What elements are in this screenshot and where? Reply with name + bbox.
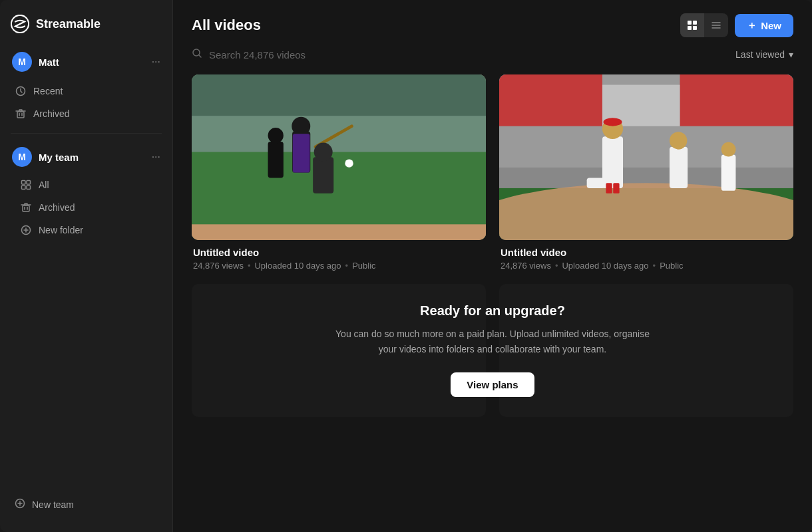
svg-rect-12 xyxy=(688,26,692,30)
svg-point-22 xyxy=(292,117,310,136)
plus-icon xyxy=(20,224,32,236)
user-nav: Recent Archived xyxy=(0,80,172,125)
svg-rect-28 xyxy=(293,134,310,172)
recent-label: Recent xyxy=(33,86,63,96)
team-section: M My team ··· All xyxy=(0,142,172,482)
plus-circle-icon xyxy=(15,498,25,511)
svg-rect-2 xyxy=(17,112,24,118)
svg-rect-6 xyxy=(27,186,31,190)
main-header: All videos ＋ xyxy=(173,0,812,48)
svg-rect-37 xyxy=(602,136,623,188)
sidebar-item-recent[interactable]: Recent xyxy=(5,80,167,102)
video-meta-1: 24,876 views • Uploaded 10 days ago • Pu… xyxy=(193,261,485,271)
sort-label: Last viewed xyxy=(735,49,785,60)
sidebar-divider xyxy=(11,133,162,134)
user-avatar: M xyxy=(12,52,32,72)
svg-rect-10 xyxy=(688,21,692,25)
svg-rect-43 xyxy=(721,154,736,190)
new-team-button[interactable]: New team xyxy=(5,493,167,516)
page-title: All videos xyxy=(192,17,261,34)
team-name: My team xyxy=(39,152,79,163)
sidebar-item-archived[interactable]: Archived xyxy=(5,102,167,125)
new-team-label: New team xyxy=(32,499,74,510)
video-title-1: Untitled video xyxy=(193,247,485,258)
chevron-down-icon: ▾ xyxy=(789,49,793,60)
video-thumbnail-2 xyxy=(499,74,793,240)
search-placeholder: Search 24,876 videos xyxy=(209,49,305,61)
svg-rect-26 xyxy=(268,142,284,178)
video-views-2: 24,876 views xyxy=(501,261,551,271)
sidebar-bottom: New team xyxy=(0,482,172,521)
new-button[interactable]: ＋ New xyxy=(735,14,793,37)
sidebar-item-new-folder[interactable]: New folder xyxy=(11,219,162,241)
user-section: M Matt ··· xyxy=(0,47,172,77)
logo-area: Streamable xyxy=(0,11,172,47)
upgrade-title: Ready for an upgrade? xyxy=(420,303,565,319)
svg-rect-11 xyxy=(693,21,697,25)
app-name: Streamable xyxy=(36,17,101,31)
video-visibility-1: Public xyxy=(352,261,375,271)
team-archived-label: Archived xyxy=(39,202,75,213)
new-button-label: New xyxy=(761,20,781,31)
view-toggle xyxy=(680,13,728,37)
main-content: All videos ＋ xyxy=(173,0,812,532)
upgrade-overlay: Ready for an upgrade? You can do so much… xyxy=(192,284,793,417)
svg-rect-46 xyxy=(613,183,619,194)
header-actions: ＋ New xyxy=(680,13,793,37)
sidebar: Streamable M Matt ··· Recent xyxy=(0,0,173,532)
baseball-thumbnail-2 xyxy=(499,74,793,240)
user-profile[interactable]: M Matt ··· xyxy=(5,47,167,77)
video-uploaded-1: Uploaded 10 days ago xyxy=(254,261,341,271)
video-card-1[interactable]: Untitled video 24,876 views • Uploaded 1… xyxy=(192,74,486,271)
upgrade-description: You can do so much more on a paid plan. … xyxy=(326,327,659,356)
sidebar-item-team-archived[interactable]: Archived xyxy=(11,196,162,219)
team-nav: All Archived xyxy=(5,174,167,241)
svg-point-42 xyxy=(670,132,687,149)
svg-rect-45 xyxy=(606,183,612,194)
upgrade-section: Ready for an upgrade? You can do so much… xyxy=(192,284,793,417)
video-uploaded-2: Uploaded 10 days ago xyxy=(562,261,648,271)
search-icon xyxy=(192,48,202,61)
svg-rect-5 xyxy=(22,186,26,190)
clock-icon xyxy=(15,85,27,97)
svg-point-25 xyxy=(314,143,333,162)
svg-rect-20 xyxy=(192,152,486,225)
svg-point-29 xyxy=(345,159,353,167)
svg-rect-40 xyxy=(587,178,605,188)
svg-point-36 xyxy=(499,183,793,239)
video-visibility-2: Public xyxy=(660,261,683,271)
archived-label: Archived xyxy=(33,108,69,119)
view-plans-button[interactable]: View plans xyxy=(451,372,534,397)
video-meta-2: 24,876 views • Uploaded 10 days ago • Pu… xyxy=(501,261,792,271)
grid-view-button[interactable] xyxy=(680,13,704,37)
svg-rect-3 xyxy=(22,181,26,185)
svg-rect-41 xyxy=(670,147,688,188)
svg-rect-7 xyxy=(23,205,29,211)
video-info-1: Untitled video 24,876 views • Uploaded 1… xyxy=(192,240,486,271)
streamable-logo-icon xyxy=(11,15,29,33)
list-view-icon xyxy=(711,20,721,31)
svg-rect-17 xyxy=(192,74,486,116)
baseball-thumbnail-1 xyxy=(192,74,486,240)
new-folder-label: New folder xyxy=(39,225,83,235)
all-label: All xyxy=(39,180,49,190)
svg-point-39 xyxy=(604,118,622,126)
svg-rect-33 xyxy=(680,74,793,126)
team-more-icon[interactable]: ··· xyxy=(152,151,160,163)
search-input-wrap[interactable]: Search 24,876 videos xyxy=(192,48,305,61)
list-view-button[interactable] xyxy=(704,13,728,37)
svg-rect-32 xyxy=(499,74,602,126)
user-more-icon[interactable]: ··· xyxy=(152,56,160,68)
sort-button[interactable]: Last viewed ▾ xyxy=(735,49,793,60)
svg-rect-24 xyxy=(313,157,333,193)
video-grid: Untitled video 24,876 views • Uploaded 1… xyxy=(173,74,812,417)
svg-point-44 xyxy=(721,142,736,157)
user-name: Matt xyxy=(39,57,59,68)
video-views-1: 24,876 views xyxy=(193,261,244,271)
video-card-2[interactable]: Untitled video 24,876 views • Uploaded 1… xyxy=(499,74,793,271)
sidebar-item-all[interactable]: All xyxy=(11,174,162,196)
search-bar: Search 24,876 videos Last viewed ▾ xyxy=(192,48,793,61)
video-title-2: Untitled video xyxy=(501,247,792,258)
grid-view-icon xyxy=(687,20,698,31)
team-profile[interactable]: M My team ··· xyxy=(5,142,167,172)
